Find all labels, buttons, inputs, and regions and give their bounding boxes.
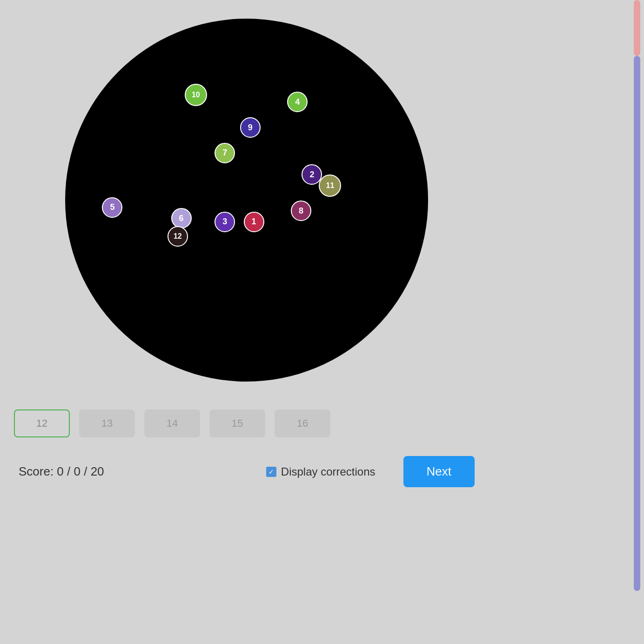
score-label: Score: 0 / 0 / 20 xyxy=(19,464,104,479)
dot-9[interactable]: 9 xyxy=(240,117,261,138)
display-corrections-container: ✓ Display corrections xyxy=(266,465,376,478)
next-button[interactable]: Next xyxy=(403,456,475,487)
black-circle: 123456789101112 xyxy=(65,19,428,382)
bottom-section: 1213141516 Score: 0 / 0 / 20 ✓ Display c… xyxy=(0,409,493,487)
dot-4[interactable]: 4 xyxy=(287,92,308,112)
display-corrections-checkbox[interactable]: ✓ xyxy=(266,467,276,477)
dot-10[interactable]: 10 xyxy=(185,84,207,106)
scrollbar-track[interactable] xyxy=(634,0,640,644)
circle-area: 123456789101112 xyxy=(65,19,428,382)
scrollbar-thumb-main xyxy=(634,56,640,591)
display-corrections-label: Display corrections xyxy=(281,465,376,478)
footer-row: Score: 0 / 0 / 20 ✓ Display corrections … xyxy=(14,456,479,487)
dot-6[interactable]: 6 xyxy=(171,208,192,228)
page-btn-12[interactable]: 12 xyxy=(14,409,70,437)
pagination-row: 1213141516 xyxy=(14,409,479,437)
dot-11[interactable]: 11 xyxy=(319,174,341,197)
dot-1[interactable]: 1 xyxy=(244,212,264,232)
scrollbar-container xyxy=(630,0,644,644)
dot-7[interactable]: 7 xyxy=(215,143,235,163)
page-btn-13[interactable]: 13 xyxy=(79,409,135,437)
dot-8[interactable]: 8 xyxy=(291,201,311,221)
page-btn-14[interactable]: 14 xyxy=(144,409,200,437)
dot-3[interactable]: 3 xyxy=(215,212,235,232)
dot-5[interactable]: 5 xyxy=(102,197,122,218)
page-btn-15[interactable]: 15 xyxy=(209,409,265,437)
scrollbar-thumb-top xyxy=(634,0,640,56)
page-btn-16[interactable]: 16 xyxy=(275,409,330,437)
main-container: 123456789101112 1213141516 Score: 0 / 0 … xyxy=(0,0,493,644)
dot-12[interactable]: 12 xyxy=(168,226,188,247)
